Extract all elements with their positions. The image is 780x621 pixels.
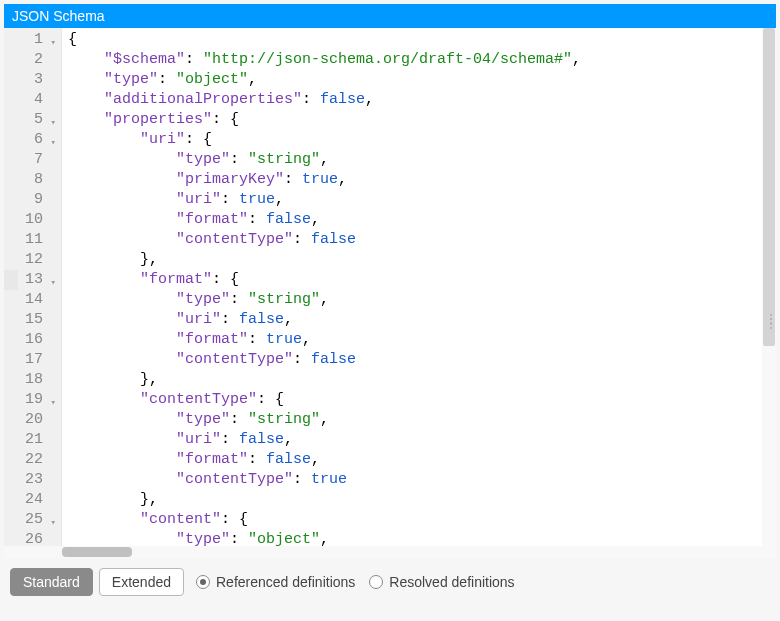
code-line[interactable]: "$schema": "http://json-schema.org/draft… <box>68 50 762 70</box>
code-line[interactable]: }, <box>68 490 762 510</box>
gutter-line: 14 <box>4 290 57 310</box>
definitions-radio-group: Referenced definitions Resolved definiti… <box>196 574 525 590</box>
code-editor[interactable]: 1▾2345▾6▾78910111213▾141516171819▾202122… <box>4 28 776 558</box>
horizontal-scroll-thumb[interactable] <box>62 547 132 557</box>
code-line[interactable]: "format": { <box>68 270 762 290</box>
extended-button[interactable]: Extended <box>99 568 184 596</box>
code-line[interactable]: "type": "string", <box>68 290 762 310</box>
horizontal-scrollbar[interactable] <box>4 546 776 558</box>
gutter-line: 21 <box>4 430 57 450</box>
gutter-line: 23 <box>4 470 57 490</box>
code-line[interactable]: "additionalProperties": false, <box>68 90 762 110</box>
code-line[interactable]: "primaryKey": true, <box>68 170 762 190</box>
code-line[interactable]: }, <box>68 250 762 270</box>
gutter-line: 20 <box>4 410 57 430</box>
gutter-line: 1▾ <box>4 30 57 50</box>
gutter-line: 5▾ <box>4 110 57 130</box>
gutter-line: 9 <box>4 190 57 210</box>
code-line[interactable]: "uri": { <box>68 130 762 150</box>
code-line[interactable]: "properties": { <box>68 110 762 130</box>
code-line[interactable]: "format": false, <box>68 210 762 230</box>
code-line[interactable]: "format": false, <box>68 450 762 470</box>
gutter-line: 17 <box>4 350 57 370</box>
vertical-scrollbar[interactable] <box>762 28 776 558</box>
code-line[interactable]: "format": true, <box>68 330 762 350</box>
referenced-radio-label: Referenced definitions <box>216 574 355 590</box>
vertical-scroll-thumb[interactable] <box>763 28 775 346</box>
gutter-line: 15 <box>4 310 57 330</box>
gutter-line: 7 <box>4 150 57 170</box>
referenced-radio[interactable] <box>196 575 210 589</box>
gutter-line: 10 <box>4 210 57 230</box>
gutter-line: 2 <box>4 50 57 70</box>
gutter-line: 16 <box>4 330 57 350</box>
code-line[interactable]: "uri": false, <box>68 310 762 330</box>
code-line[interactable]: "contentType": false <box>68 230 762 250</box>
gutter-line: 25▾ <box>4 510 57 530</box>
code-line[interactable]: { <box>68 30 762 50</box>
code-line[interactable]: "type": "string", <box>68 150 762 170</box>
code-line[interactable]: "contentType": true <box>68 470 762 490</box>
code-line[interactable]: "uri": false, <box>68 430 762 450</box>
json-schema-panel: JSON Schema 1▾2345▾6▾78910111213▾1415161… <box>4 4 776 558</box>
gutter-line: 8 <box>4 170 57 190</box>
gutter-line: 18 <box>4 370 57 390</box>
gutter-line: 3 <box>4 70 57 90</box>
panel-title: JSON Schema <box>4 4 776 28</box>
gutter-line: 24 <box>4 490 57 510</box>
gutter-line: 6▾ <box>4 130 57 150</box>
code-line[interactable]: "contentType": false <box>68 350 762 370</box>
code-line[interactable]: }, <box>68 370 762 390</box>
code-line[interactable]: "contentType": { <box>68 390 762 410</box>
code-area[interactable]: { "$schema": "http://json-schema.org/dra… <box>62 28 762 558</box>
gutter-line: 12 <box>4 250 57 270</box>
resolved-radio-label: Resolved definitions <box>389 574 514 590</box>
code-line[interactable]: "type": "string", <box>68 410 762 430</box>
fold-highlight <box>4 270 18 290</box>
overflow-menu-icon[interactable]: ⋮⋮ <box>764 318 778 326</box>
gutter-line: 19▾ <box>4 390 57 410</box>
gutter-line: 4 <box>4 90 57 110</box>
line-gutter: 1▾2345▾6▾78910111213▾141516171819▾202122… <box>4 28 62 558</box>
gutter-line: 22 <box>4 450 57 470</box>
code-line[interactable]: "uri": true, <box>68 190 762 210</box>
schema-toolbar: Standard Extended Referenced definitions… <box>4 558 776 606</box>
resolved-radio[interactable] <box>369 575 383 589</box>
code-line[interactable]: "type": "object", <box>68 70 762 90</box>
code-line[interactable]: "content": { <box>68 510 762 530</box>
gutter-line: 11 <box>4 230 57 250</box>
standard-button[interactable]: Standard <box>10 568 93 596</box>
